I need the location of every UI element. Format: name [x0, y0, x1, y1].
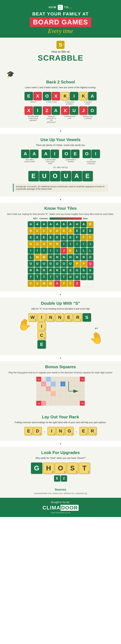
- separator4: •: [0, 355, 121, 361]
- dice-icon: [58, 5, 63, 10]
- tiles-row-8: R R R R R R S S S S: [28, 268, 93, 274]
- tile-X: X8: [33, 92, 42, 100]
- grid-tile: W: [41, 280, 47, 287]
- every-time-text: Every time: [3, 28, 118, 34]
- tile-desc-ki: 'a Sumerian goddess': [64, 101, 75, 105]
- grid-tile: N: [74, 254, 80, 260]
- tiles-row-1: A A A A A A A A A B: [28, 221, 93, 228]
- grid-tile: N: [68, 254, 74, 260]
- tile-X3: X8: [25, 106, 33, 115]
- tiles-row-7: O O O O O O O P P Q: [28, 261, 93, 267]
- grid-tile: T: [41, 274, 47, 280]
- grid-tile: E: [68, 234, 74, 240]
- grid-tile: P: [81, 261, 87, 267]
- dot3: [59, 8, 60, 8]
- grid-tile: A: [81, 221, 87, 228]
- tile-J: J8: [79, 106, 88, 115]
- tile-euouae-U: U1: [39, 171, 49, 181]
- ez-tiles: E1 Z10: [7, 476, 114, 482]
- tiles-row-10: V V W W X Y Y Z: [28, 280, 93, 287]
- sources-text: businessinsider.com, hasbro.com, wikihow…: [3, 492, 118, 494]
- svg-rect-24: [46, 377, 51, 382]
- tile-A5: A1: [42, 150, 50, 158]
- to-text: TO...: [64, 6, 72, 9]
- tile-desc-ai: 'a Venezuelan three-toed sloth': [45, 159, 56, 164]
- tile-N2: N1: [55, 313, 64, 322]
- how-text: HOW: [49, 6, 56, 9]
- grid-tile-empty: [81, 280, 87, 287]
- grid-tile: F: [87, 234, 93, 240]
- tile-group-ex: E1 X8 'without': [25, 92, 42, 105]
- dot2: [60, 6, 61, 7]
- bonus-board-visual: TW TW TW TW DW DW TL: [7, 377, 114, 406]
- double-s-title: Double Up With "S": [7, 301, 114, 306]
- tile-group-oi: O1 I1 'an exclamation of dismay': [83, 150, 100, 164]
- beat-text: BEAT YOUR FAMILY AT: [3, 11, 118, 17]
- grid-tile: F: [74, 234, 80, 240]
- grid-tile: G: [28, 241, 34, 247]
- back2school-row2: X8 I1 'the 14th letter in the Greek alph…: [7, 106, 114, 123]
- tile-X4: X8: [61, 106, 69, 115]
- winners-word-layout: W4 I1 N1 N1 E1 R1 S1 I1 C3 E1: [28, 313, 91, 348]
- tile-E2: E1: [71, 150, 79, 158]
- grid-tile: E: [61, 234, 67, 240]
- grid-tile: O: [48, 261, 54, 267]
- tile-desc-ox: 'a kind of cow': [46, 101, 57, 103]
- grid-tile: E: [54, 234, 60, 240]
- grid-tile: E: [34, 234, 40, 240]
- sources-section: Sources businessinsider.com, hasbro.com,…: [0, 485, 121, 498]
- key-gradient: [49, 218, 82, 220]
- grid-tile: O: [28, 261, 34, 267]
- grid-tile: A: [68, 221, 74, 228]
- grid-tile: Q: [87, 261, 93, 267]
- grid-tile: I: [48, 248, 54, 254]
- tile-group-oe: O1 E1 'grandchild' in Scottish: [62, 150, 79, 164]
- tile-group-jo: J8 O1 'beloved one, or darling': [79, 106, 96, 123]
- tile-O-ghost: O1: [55, 462, 66, 474]
- back2school-section: 🎓 Back 2 School Learn some 2 and 3-lette…: [0, 66, 121, 128]
- tile-C: C3: [37, 331, 46, 340]
- svg-rect-25: [51, 382, 56, 386]
- grid-tile: E: [74, 228, 80, 234]
- tile-I3: I1: [50, 150, 59, 158]
- tile-group-ki: K5 I1 'a Sumerian goddess': [61, 92, 78, 105]
- double-s-subtitle: Add an "S" to an existing word to plural…: [7, 308, 114, 310]
- footer-section: Brought to You By: CLIMADOOR www.climado…: [0, 498, 121, 517]
- tile-desc-ex: 'without': [30, 101, 36, 103]
- grid-tile: F: [81, 234, 87, 240]
- grid-tile: I: [41, 248, 47, 254]
- grid-tile: I: [81, 241, 87, 247]
- tile-I2: I1: [33, 106, 42, 115]
- tile-O4: O1: [83, 150, 91, 158]
- phonetic-block: euouae [juːˈuːiː] music. (In medieval mu…: [13, 184, 108, 192]
- grid-tile: R: [34, 268, 40, 274]
- rack-comma1: ,: [44, 429, 45, 433]
- grid-tile: O: [87, 254, 93, 260]
- grid-tile: S: [87, 268, 93, 274]
- grid-tile: M: [41, 254, 47, 260]
- know-tiles-desc: Don't hold out, hoping for that second "…: [3, 212, 118, 216]
- board-games-text: BOARD GAMES: [33, 18, 88, 26]
- tile-E-rack: E1: [24, 427, 33, 435]
- tile-G-ghost: G2: [31, 462, 42, 474]
- grid-tile: E: [48, 234, 54, 240]
- grid-tile: P: [74, 261, 80, 267]
- grid-tile: A: [74, 221, 80, 228]
- website-text: www.climadoor.co.uk: [3, 512, 118, 514]
- grid-tile: A: [61, 221, 67, 228]
- grid-tile: E: [28, 234, 34, 240]
- tile-O: O1: [43, 92, 51, 100]
- tile-group-xu: X8 U1 'a Vietnamese coin': [61, 106, 78, 123]
- grid-tile: W: [48, 280, 54, 287]
- tile-letter: E: [27, 94, 30, 99]
- tiles-row-5: I I I I I J K L L L: [28, 248, 93, 254]
- grid-tile: J: [61, 248, 67, 254]
- grid-tile: Y: [68, 280, 74, 287]
- grid-tile: S: [81, 268, 87, 274]
- tile-desc-oe: 'grandchild' in Scottish: [65, 159, 77, 162]
- curved-arrow-icon: ↩: [95, 326, 98, 330]
- grid-tile: R: [28, 268, 34, 274]
- clima-text: CLIMA: [42, 505, 60, 510]
- grid-tile: O: [68, 261, 74, 267]
- scrabble-intro: S How to Win at SCRABBLE: [0, 38, 121, 66]
